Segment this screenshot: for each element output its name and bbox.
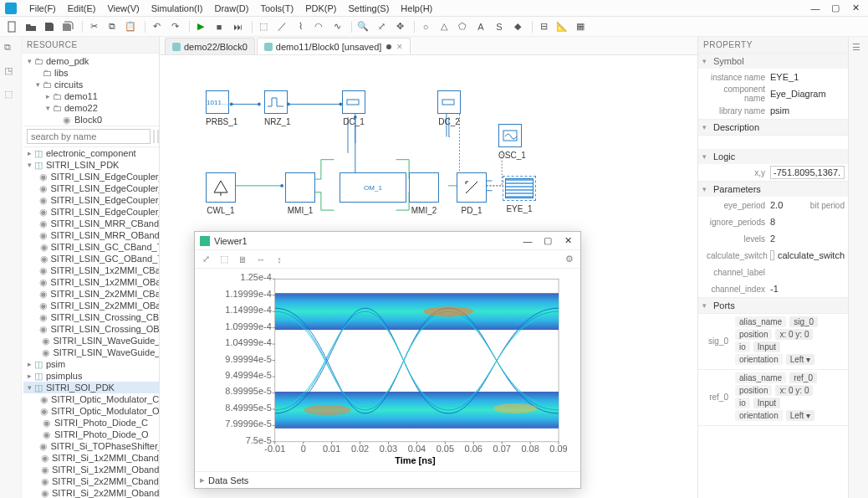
position-value[interactable]: x: 0 y: 0 <box>775 329 813 340</box>
position-value[interactable]: x: 0 y: 0 <box>775 385 813 396</box>
tree-item[interactable]: ◉ SITRI_Si_1x2MMI_Oband_TE <box>23 464 159 475</box>
block-dc-1[interactable]: DC_1 <box>342 90 365 126</box>
window-minimize-icon[interactable]: — <box>808 1 823 16</box>
tree-item[interactable]: ◉ SITRI_LSIN_1x2MMI_CBand_TE_0 <box>23 264 159 276</box>
section-parameters[interactable]: ▾Parameters <box>698 182 848 197</box>
section-ports[interactable]: ▾Ports <box>698 298 848 313</box>
checkbox[interactable] <box>770 250 774 260</box>
zoom-fit-icon[interactable]: ⤢ <box>200 254 212 265</box>
settings-gear-icon[interactable]: ⚙ <box>564 254 575 265</box>
viewer-maximize-icon[interactable]: ▢ <box>540 234 555 249</box>
tree-item[interactable]: ◉ SITRI_LSIN_Crossing_OBand_TE_ <box>23 323 159 335</box>
alias-name-value[interactable]: sig_0 <box>789 316 818 327</box>
menu-simulation[interactable]: Simulation(I) <box>146 3 209 13</box>
tree-item[interactable]: ◉ SITRI_Optic_Modulator_O_2mm <box>23 405 159 417</box>
plot-area[interactable]: 1.25e-41.19999e-41.14999e-41.09999e-41.0… <box>195 269 580 471</box>
search-filter-icon[interactable] <box>157 130 159 143</box>
menu-draw[interactable]: Draw(D) <box>208 3 254 13</box>
tree-item[interactable]: ▾ 🗀 demo22 <box>23 102 159 114</box>
tree-twisty-icon[interactable]: ▸ <box>43 92 52 100</box>
zoom-box-icon[interactable]: ⬚ <box>218 254 230 265</box>
layers-rail-icon[interactable]: ⬚ <box>4 89 18 102</box>
tree-item[interactable]: ◉ SITRI_Photo_Diode_C <box>23 417 159 429</box>
resource-tree[interactable]: ▾ 🗀 demo_pdk 🗀 libs▾ 🗀 circuits▸ 🗀 demo1… <box>22 54 159 498</box>
block-pd-1[interactable]: PD_1 <box>457 172 487 215</box>
redo-icon[interactable]: ↷ <box>167 19 182 34</box>
param-value[interactable]: -1 <box>770 284 845 294</box>
block-eye-1[interactable]: EYE_1 <box>503 176 536 213</box>
polygon-icon[interactable]: ⬠ <box>455 19 470 34</box>
save-icon[interactable] <box>42 19 57 34</box>
menu-edit[interactable]: Edit(E) <box>62 3 102 13</box>
grid-icon[interactable]: ▦ <box>573 19 588 34</box>
tree-item[interactable]: ◉ SITRI_LSIN_EdgeCoupler_CBand_ <box>23 171 159 182</box>
tree-item[interactable]: ◉ SITRI_LSIN_2x2MMI_CBand_TE_0 <box>23 288 159 300</box>
ruler-icon[interactable]: 📐 <box>554 19 569 34</box>
paste-icon[interactable]: 📋 <box>123 19 138 34</box>
menu-tools[interactable]: Tools(T) <box>254 3 299 13</box>
menu-file[interactable]: File(F) <box>23 3 62 13</box>
polyline-icon[interactable]: ⌇ <box>293 19 308 34</box>
section-symbol[interactable]: ▾Symbol <box>698 54 848 69</box>
symbol-icon[interactable]: S <box>492 19 507 34</box>
tree-item[interactable]: ◉ SITRI_Si_2x2MMI_Cband_TE <box>23 475 159 487</box>
tree-item[interactable]: ◉ SITRI_LSIN_MRR_OBand_TE_1p0 <box>23 229 159 241</box>
tab-close-icon[interactable]: ✕ <box>396 43 403 51</box>
viewer-footer[interactable]: ▸ Data Sets <box>195 471 580 488</box>
tree-item[interactable]: ▸ ◫ psimplus <box>23 370 159 382</box>
undo-icon[interactable]: ↶ <box>149 19 164 34</box>
search-submit-icon[interactable] <box>153 130 155 143</box>
tree-item[interactable]: ◉ SITRI_LSIN_WaveGuide_C <box>23 335 159 347</box>
io-value[interactable]: Input <box>753 341 780 352</box>
tree-item[interactable]: ◉ SITRI_LSIN_EdgeCoupler_OBand_ <box>23 194 159 206</box>
open-icon[interactable] <box>23 19 38 34</box>
tree-item[interactable]: ◉ SITRI_LSIN_MRR_CBand_TE_1p0 <box>23 218 159 229</box>
step-icon[interactable]: ⏭ <box>230 19 245 34</box>
tree-item[interactable]: ◉ SITRI_LSIN_1x2MMI_OBand_TE_0 <box>23 276 159 288</box>
orientation-value[interactable]: Left ▾ <box>786 354 814 365</box>
viewer-window[interactable]: Viewer1 — ▢ ✕ ⤢ ⬚ 🗎 ↔ ↕ ⚙ 1.25e-41.19999… <box>194 231 581 489</box>
block-om-1[interactable]: OM_1 <box>340 172 406 203</box>
tree-item[interactable]: ◉ SITRI_Photo_Diode_O <box>23 429 159 440</box>
cut-icon[interactable]: ✂ <box>86 19 101 34</box>
menu-view[interactable]: View(V) <box>101 3 145 13</box>
menu-setting[interactable]: Setting(S) <box>342 3 395 13</box>
block-dc-2[interactable]: DC_2 <box>437 90 461 126</box>
tree-item[interactable]: ◉ SITRI_LSIN_2x2MMI_OBand_TE_0 <box>23 300 159 311</box>
tree-item[interactable]: ◉ SITRI_LSIN_EdgeCoupler_OBand_ <box>23 206 159 218</box>
block-prbs-1[interactable]: 1011… PRBS_1 <box>206 90 237 126</box>
tab-demo11-block0[interactable]: demo11/Block0 [unsaved] ✕ <box>257 38 411 54</box>
block-osc-1[interactable]: OSC_1 <box>498 124 526 160</box>
arc-icon[interactable]: ◠ <box>311 19 326 34</box>
property-rail-icon[interactable]: ☰ <box>852 42 865 55</box>
tree-twisty-icon[interactable]: ▾ <box>25 161 33 169</box>
tree-item[interactable]: ◉ SITRI_LSIN_GC_CBand_TE_1p0_ <box>23 241 159 253</box>
curve-icon[interactable]: ∿ <box>329 19 345 34</box>
tree-item[interactable]: ◉ SITRI_LSIN_EdgeCoupler_CBand_ <box>23 182 159 194</box>
window-maximize-icon[interactable]: ▢ <box>828 1 843 16</box>
select-icon[interactable]: ⬚ <box>256 19 271 34</box>
orientation-value[interactable]: Left ▾ <box>786 410 814 421</box>
tree-item[interactable]: ◉ SITRI_Si_2x2MMI_Oband_TE <box>23 487 159 498</box>
block-mmi-2[interactable]: MMI_2 <box>409 172 439 215</box>
block-nrz-1[interactable]: NRZ_1 <box>264 90 291 126</box>
circle-icon[interactable]: ○ <box>418 19 433 34</box>
tree-item[interactable]: ▾ 🗀 circuits <box>23 79 159 90</box>
chevron-right-icon[interactable]: ▸ <box>200 475 205 485</box>
line-icon[interactable]: ／ <box>274 19 289 34</box>
window-close-icon[interactable]: ✕ <box>848 1 863 16</box>
viewer-titlebar[interactable]: Viewer1 — ▢ ✕ <box>195 232 580 250</box>
cursor-h-icon[interactable]: ↔ <box>255 254 267 265</box>
tree-item[interactable]: ▾ ◫ SITRI_LSIN_PDK <box>23 159 159 171</box>
tree-twisty-icon[interactable]: ▸ <box>25 372 33 380</box>
viewer-close-icon[interactable]: ✕ <box>560 234 575 249</box>
tree-item[interactable]: ◉ SITRI_LSIN_GC_OBand_TE_0p8_ <box>23 253 159 264</box>
menu-pdk[interactable]: PDK(P) <box>299 3 342 13</box>
tree-twisty-icon[interactable]: ▾ <box>43 104 52 112</box>
tree-item[interactable]: ▾ ◫ SITRI_SOI_PDK <box>23 382 159 393</box>
block-mmi-1[interactable]: MMI_1 <box>285 172 315 215</box>
align-icon[interactable]: ⊟ <box>536 19 551 34</box>
tree-twisty-icon[interactable]: ▾ <box>25 57 33 65</box>
menu-help[interactable]: Help(H) <box>395 3 438 13</box>
cursor-v-icon[interactable]: ↕ <box>273 254 285 265</box>
